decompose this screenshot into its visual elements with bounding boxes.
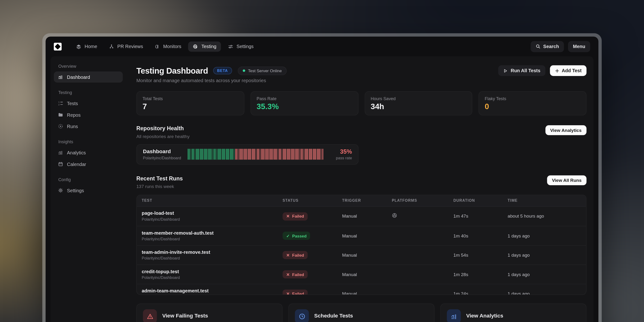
stat-card-total-tests: Total Tests 7 [136, 91, 244, 115]
status-badge: ✕Failed [282, 290, 308, 295]
run-all-tests-button[interactable]: Run All Tests [498, 65, 545, 76]
test-name: team-member-removal-auth.test [142, 230, 282, 235]
table-row[interactable]: page-load-testPolarityinc/Dashboard ✕Fai… [137, 206, 586, 226]
table-row[interactable]: team-admin-invite-remove.testPolarityinc… [137, 245, 586, 264]
git-fork-icon [109, 44, 114, 49]
primary-nav: Home PR Reviews Monitors Testing [72, 41, 258, 52]
brand-logo[interactable] [54, 42, 62, 50]
schedule-tests-card[interactable]: Schedule Tests [288, 304, 435, 322]
pass-segment [230, 149, 230, 160]
fail-segment [250, 149, 251, 160]
nav-item-testing[interactable]: Testing [188, 41, 221, 52]
pass-segment [204, 149, 205, 160]
pass-segment [219, 149, 220, 160]
page-header: Testing Dashboard BETA Test Server Onlin… [136, 65, 586, 76]
sidebar-item-calendar[interactable]: Calendar [54, 159, 123, 170]
sidebar-item-dashboard[interactable]: Dashboard [54, 72, 123, 83]
pass-segment [222, 149, 222, 160]
sidebar-section-overview: Overview [58, 64, 123, 69]
fail-segment [249, 149, 250, 160]
server-status-pill: Test Server Online [238, 66, 287, 75]
view-all-runs-button[interactable]: View All Runs [547, 175, 586, 185]
sidebar-item-analytics[interactable]: Analytics [54, 147, 123, 158]
trigger-value: Manual [342, 272, 392, 277]
fail-segment [268, 149, 269, 160]
status-icon: ✕ [286, 272, 290, 276]
sidebar-section-insights: Insights [58, 139, 123, 144]
fail-segment [270, 149, 271, 160]
test-name: admin-team-management.test [142, 288, 282, 293]
menu-button[interactable]: Menu [568, 41, 590, 52]
pass-segment [220, 149, 221, 160]
status-label: Failed [292, 214, 304, 218]
play-icon [503, 68, 508, 73]
view-failing-tests-card[interactable]: View Failing Tests [136, 304, 283, 322]
add-test-label: Add Test [562, 68, 582, 73]
content-panel: Overview Dashboard Testing 12 Tests Repo… [50, 56, 593, 322]
table-row[interactable]: team-member-removal-auth.testPolarityinc… [137, 226, 586, 245]
header-actions: Run All Tests Add Test [498, 65, 586, 76]
search-button[interactable]: Search [530, 41, 564, 52]
nav-label: Settings [236, 44, 254, 49]
fail-segment [284, 149, 285, 160]
nav-label: Monitors [163, 44, 181, 49]
sidebar-item-label: Dashboard [67, 74, 90, 80]
nav-item-pr-reviews[interactable]: PR Reviews [104, 41, 148, 52]
fail-segment [321, 149, 322, 160]
fail-segment [294, 149, 294, 160]
fail-segment [299, 149, 300, 160]
table-row[interactable]: admin-team-management.testPolarityinc/Da… [137, 284, 586, 295]
stat-value: 0 [485, 102, 580, 111]
time-value: 1 days ago [508, 272, 586, 277]
table-row[interactable]: credit-topup.testPolarityinc/Dashboard ✕… [137, 264, 586, 284]
view-analytics-button[interactable]: View Analytics [545, 125, 586, 135]
sidebar-item-repos[interactable]: Repos [54, 109, 123, 120]
fail-segment [264, 149, 264, 160]
pass-rate-bar [188, 149, 324, 160]
nav-item-monitors[interactable]: Monitors [150, 41, 186, 52]
fail-segment [288, 149, 289, 160]
stat-card-flaky-tests: Flaky Tests 0 [478, 91, 586, 115]
sidebar-item-settings[interactable]: Settings [54, 185, 123, 196]
fail-segment [261, 149, 262, 160]
pass-segment [232, 149, 233, 160]
monitor-icon [154, 44, 160, 49]
duration-value: 1m 24s [454, 291, 508, 295]
test-name: credit-topup.test [142, 269, 282, 274]
fail-segment [275, 149, 275, 160]
svg-text:1: 1 [58, 101, 60, 103]
stat-label: Flaky Tests [485, 96, 580, 101]
status-label: Failed [292, 253, 304, 257]
pass-segment [201, 149, 202, 160]
main-content: Testing Dashboard BETA Test Server Onlin… [126, 56, 594, 322]
fail-segment [276, 149, 277, 160]
status-badge: ✓Passed [282, 232, 310, 240]
fail-segment [262, 149, 263, 160]
pass-rate-percent: 35% [329, 148, 352, 155]
nav-item-home[interactable]: Home [72, 41, 102, 52]
fail-segment [283, 149, 284, 160]
view-analytics-card[interactable]: View Analytics [440, 304, 587, 322]
fail-segment [298, 149, 298, 160]
sidebar-item-tests[interactable]: 12 Tests [54, 98, 123, 109]
add-test-button[interactable]: Add Test [550, 65, 586, 76]
column-trigger: TRIGGER [342, 199, 392, 203]
section-title: Recent Test Runs [136, 175, 183, 181]
menu-label: Menu [573, 44, 585, 49]
stat-value: 7 [142, 102, 238, 111]
column-time: TIME [508, 199, 586, 203]
pass-segment [210, 149, 210, 160]
ordered-list-icon: 12 [58, 100, 64, 106]
fail-segment [265, 149, 266, 160]
stats-row: Total Tests 7 Pass Rate 35.3% Hours Save… [136, 91, 586, 115]
gear-icon [58, 188, 64, 193]
repo-health-card[interactable]: Dashboard Polarityinc/Dashboard 35% pass… [136, 144, 358, 165]
nav-item-settings[interactable]: Settings [223, 41, 258, 52]
sidebar-item-runs[interactable]: Runs [54, 121, 123, 132]
fail-segment [244, 149, 244, 160]
recent-runs-header: Recent Test Runs 137 runs this week View… [136, 175, 586, 189]
fail-segment [302, 149, 302, 160]
pass-segment [218, 149, 218, 160]
sidebar-item-label: Settings [67, 188, 84, 193]
pass-rate-caption: pass rate [329, 156, 352, 160]
